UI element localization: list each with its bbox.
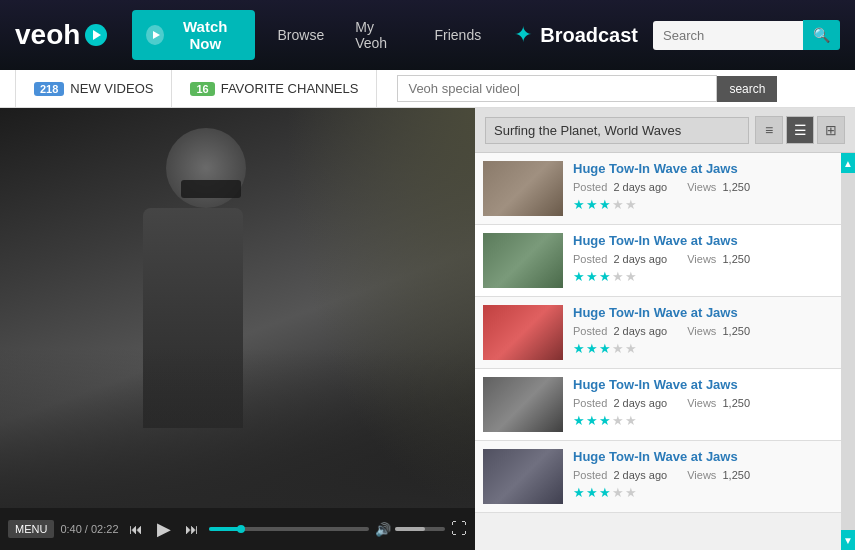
- video-thumbnail[interactable]: [483, 449, 563, 504]
- video-title[interactable]: Huge Tow-In Wave at Jaws: [573, 449, 833, 464]
- scroll-up-button[interactable]: ▲: [841, 153, 855, 173]
- progress-bar[interactable]: [209, 527, 369, 531]
- next-button[interactable]: ⏭: [181, 519, 203, 539]
- video-info: Huge Tow-In Wave at Jaws Posted 2 days a…: [573, 161, 833, 212]
- video-player: MENU 0:40 / 02:22 ⏮ ▶ ⏭ 🔊 ⛶: [0, 108, 475, 550]
- header-search-input[interactable]: [653, 21, 803, 50]
- video-item: Huge Tow-In Wave at Jaws Posted 2 days a…: [475, 297, 841, 369]
- logo-text: veoh: [15, 19, 80, 51]
- new-videos-tab[interactable]: 218 NEW VIDEOS: [15, 70, 172, 107]
- new-videos-label: NEW VIDEOS: [70, 81, 153, 96]
- nav-myveoh[interactable]: My Veoh: [347, 14, 411, 56]
- star-filled: ★: [599, 413, 611, 428]
- video-rating: ★★★★★: [573, 197, 833, 212]
- video-meta: Posted 2 days ago Views 1,250: [573, 181, 833, 193]
- video-rating: ★★★★★: [573, 413, 833, 428]
- right-panel: Surfing the Planet, World Waves ≡ ☰ ⊞ Hu…: [475, 108, 855, 550]
- star-half: ★: [612, 485, 624, 500]
- prev-button[interactable]: ⏮: [125, 519, 147, 539]
- video-info: Huge Tow-In Wave at Jaws Posted 2 days a…: [573, 305, 833, 356]
- progress-dot: [237, 525, 245, 533]
- scroll-down-button[interactable]: ▼: [841, 530, 855, 550]
- star-filled: ★: [599, 269, 611, 284]
- posted-label: Posted: [573, 397, 607, 409]
- volume-bar[interactable]: [395, 527, 445, 531]
- star-half: ★: [612, 341, 624, 356]
- video-list: Huge Tow-In Wave at Jaws Posted 2 days a…: [475, 153, 841, 550]
- view-grid-button[interactable]: ⊞: [817, 116, 845, 144]
- views-value: 1,250: [722, 469, 750, 481]
- broadcast-section: ✦ Broadcast: [514, 22, 638, 48]
- views-value: 1,250: [722, 397, 750, 409]
- views-label: Views: [687, 325, 716, 337]
- posted-info: Posted 2 days ago: [573, 469, 667, 481]
- star-filled: ★: [573, 485, 585, 500]
- channel-select[interactable]: Surfing the Planet, World Waves: [485, 117, 749, 144]
- video-item: Huge Tow-In Wave at Jaws Posted 2 days a…: [475, 225, 841, 297]
- video-title[interactable]: Huge Tow-In Wave at Jaws: [573, 305, 833, 320]
- nav-browse[interactable]: Browse: [270, 22, 333, 48]
- views-label: Views: [687, 469, 716, 481]
- views-label: Views: [687, 181, 716, 193]
- posted-label: Posted: [573, 253, 607, 265]
- posted-label: Posted: [573, 325, 607, 337]
- fullscreen-button[interactable]: ⛶: [451, 520, 467, 538]
- star-filled: ★: [599, 485, 611, 500]
- posted-info: Posted 2 days ago: [573, 397, 667, 409]
- posted-value: 2 days ago: [613, 253, 667, 265]
- views-label: Views: [687, 397, 716, 409]
- logo-play-icon: [85, 24, 107, 46]
- video-thumbnail[interactable]: [483, 233, 563, 288]
- star-filled: ★: [586, 269, 598, 284]
- video-rating: ★★★★★: [573, 341, 833, 356]
- views-info: Views 1,250: [687, 325, 750, 337]
- video-frame: [0, 108, 475, 508]
- broadcast-icon: ✦: [514, 22, 532, 48]
- star-filled: ★: [586, 413, 598, 428]
- video-meta: Posted 2 days ago Views 1,250: [573, 325, 833, 337]
- posted-info: Posted 2 days ago: [573, 325, 667, 337]
- channel-header: Surfing the Planet, World Waves ≡ ☰ ⊞: [475, 108, 855, 153]
- video-title[interactable]: Huge Tow-In Wave at Jaws: [573, 377, 833, 392]
- posted-info: Posted 2 days ago: [573, 181, 667, 193]
- logo: veoh: [15, 19, 107, 51]
- favorite-channels-badge: 16: [190, 82, 214, 96]
- views-info: Views 1,250: [687, 469, 750, 481]
- watch-now-play-icon: [146, 25, 164, 45]
- video-meta: Posted 2 days ago Views 1,250: [573, 397, 833, 409]
- sub-nav: 218 NEW VIDEOS 16 FAVORITE CHANNELS sear…: [0, 70, 855, 108]
- header: veoh Watch Now Browse My Veoh Friends ✦ …: [0, 0, 855, 70]
- posted-value: 2 days ago: [613, 181, 667, 193]
- video-thumbnail[interactable]: [483, 305, 563, 360]
- watch-now-button[interactable]: Watch Now: [132, 10, 254, 60]
- posted-label: Posted: [573, 181, 607, 193]
- video-info: Huge Tow-In Wave at Jaws Posted 2 days a…: [573, 449, 833, 500]
- video-title[interactable]: Huge Tow-In Wave at Jaws: [573, 233, 833, 248]
- main-content: MENU 0:40 / 02:22 ⏮ ▶ ⏭ 🔊 ⛶ Surfing the …: [0, 108, 855, 550]
- video-rating: ★★★★★: [573, 269, 833, 284]
- play-button[interactable]: ▶: [153, 516, 175, 542]
- video-thumbnail[interactable]: [483, 161, 563, 216]
- video-title[interactable]: Huge Tow-In Wave at Jaws: [573, 161, 833, 176]
- star-filled: ★: [586, 341, 598, 356]
- star-half: ★: [612, 197, 624, 212]
- video-info: Huge Tow-In Wave at Jaws Posted 2 days a…: [573, 377, 833, 428]
- view-list-button[interactable]: ☰: [786, 116, 814, 144]
- favorite-channels-tab[interactable]: 16 FAVORITE CHANNELS: [172, 70, 377, 107]
- video-thumbnail[interactable]: [483, 377, 563, 432]
- volume-control: 🔊: [375, 522, 445, 537]
- star-filled: ★: [599, 197, 611, 212]
- star-filled: ★: [573, 197, 585, 212]
- star-empty: ★: [625, 485, 637, 500]
- view-simple-grid-button[interactable]: ≡: [755, 116, 783, 144]
- star-empty: ★: [625, 413, 637, 428]
- posted-value: 2 days ago: [613, 397, 667, 409]
- video-item: Huge Tow-In Wave at Jaws Posted 2 days a…: [475, 153, 841, 225]
- sub-nav-search-input[interactable]: [397, 75, 717, 102]
- star-empty: ★: [625, 269, 637, 284]
- sub-nav-search-button[interactable]: search: [717, 76, 777, 102]
- nav-friends[interactable]: Friends: [427, 22, 490, 48]
- menu-button[interactable]: MENU: [8, 520, 54, 538]
- views-label: Views: [687, 253, 716, 265]
- header-search-button[interactable]: 🔍: [803, 20, 840, 50]
